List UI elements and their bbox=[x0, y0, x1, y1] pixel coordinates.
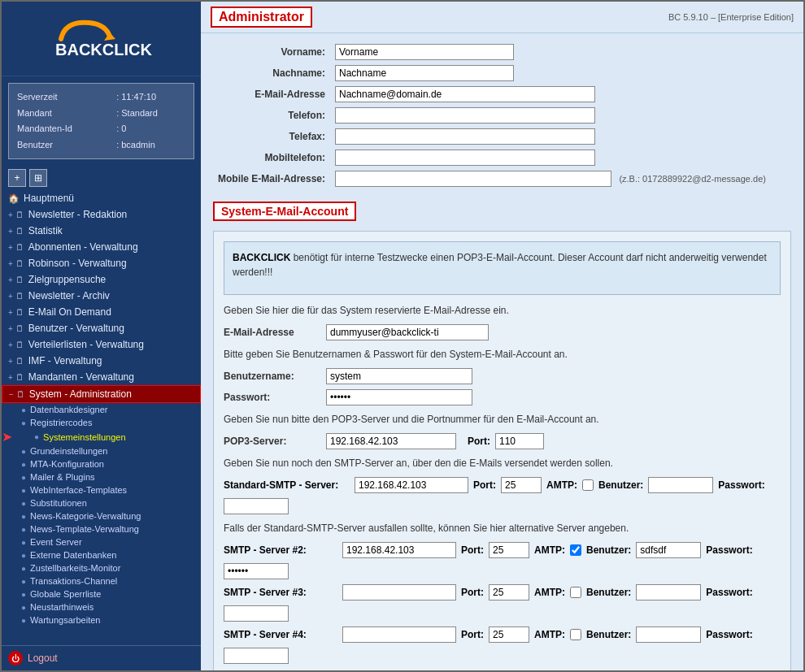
pop3-server-input[interactable] bbox=[326, 433, 456, 449]
logout-icon: ⏻ bbox=[8, 651, 23, 665]
credentials-section: Bitte geben Sie Benutzernamen & Passwort… bbox=[224, 347, 781, 405]
sidebar-sub-news-kategorie[interactable]: ● News-Kategorie-Verwaltung bbox=[2, 509, 201, 522]
smtp-port-input[interactable] bbox=[501, 477, 542, 493]
telefon-input[interactable] bbox=[335, 107, 595, 124]
bullet-icon: ● bbox=[21, 603, 26, 612]
bullet-icon: ● bbox=[21, 460, 26, 469]
sidebar-item-newsletter-archiv[interactable]: + 🗒 Newsletter - Archiv bbox=[2, 288, 201, 304]
smtp2-port-label: Port: bbox=[461, 544, 484, 556]
smtp2-port-input[interactable] bbox=[489, 542, 529, 558]
sidebar-item-zielgruppensuche[interactable]: + 🗒 Zielgruppensuche bbox=[2, 271, 201, 288]
sidebar-sub-registriercodes[interactable]: ● Registriercodes bbox=[2, 416, 201, 429]
pop3-port-input[interactable] bbox=[495, 433, 544, 449]
smtp2-server-input[interactable] bbox=[342, 542, 456, 558]
sidebar-item-statistik[interactable]: + 🗒 Statistik bbox=[2, 223, 201, 239]
pop3-text: Geben Sie nun bitte den POP3-Server und … bbox=[224, 412, 781, 427]
sidebar-sub-news-template[interactable]: ● News-Template-Verwaltung bbox=[2, 522, 201, 535]
sidebar-item-mandanten-verwaltung[interactable]: + 🗒 Mandanten - Verwaltung bbox=[2, 369, 201, 385]
benutzer-label: Benutzer bbox=[17, 138, 115, 153]
smtp-server-input[interactable] bbox=[355, 477, 468, 493]
telefax-label: Telefax: bbox=[213, 126, 330, 147]
sidebar-sub-mta-konfiguration[interactable]: ● MTA-Konfiguration bbox=[2, 457, 201, 470]
content-body: Vorname: Nachname: E-Mail-Adresse Telefo… bbox=[201, 33, 803, 670]
smtp3-amtp-checkbox[interactable] bbox=[570, 587, 581, 598]
smtp3-benutzer-input[interactable] bbox=[636, 584, 701, 600]
mandanten-id-value: : 0 bbox=[116, 122, 185, 137]
sidebar-item-abonnenten-verwaltung[interactable]: + 🗒 Abonnenten - Verwaltung bbox=[2, 239, 201, 255]
sub-item-label: News-Kategorie-Verwaltung bbox=[30, 511, 141, 521]
credentials-text: Bitte geben Sie Benutzernamen & Passwort… bbox=[224, 347, 781, 362]
smtp3-port-input[interactable] bbox=[489, 584, 529, 600]
sidebar-sub-zustellbarkeits-monitor[interactable]: ● Zustellbarkeits-Monitor bbox=[2, 561, 201, 574]
smtp2-passwort-input[interactable] bbox=[224, 563, 289, 579]
smtp-amtp-label: AMTP: bbox=[546, 479, 577, 491]
mobiltelefon-input[interactable] bbox=[335, 150, 595, 166]
expand-icon: + bbox=[8, 357, 13, 366]
benutzer-value: : bcadmin bbox=[116, 138, 185, 153]
sidebar-sub-globale-sperrliste[interactable]: ● Globale Sperrliste bbox=[2, 587, 201, 600]
sidebar-item-hauptmenu[interactable]: 🏠 Hauptmenü bbox=[2, 190, 201, 206]
smtp4-label: SMTP - Server #4: bbox=[224, 629, 337, 640]
smtp4-amtp-checkbox[interactable] bbox=[570, 629, 581, 640]
passwort-input[interactable] bbox=[326, 389, 472, 405]
sidebar-item-label: Robinson - Verwaltung bbox=[28, 258, 127, 269]
expand-all-button[interactable]: + bbox=[8, 169, 26, 187]
pop3-row: POP3-Server: Port: bbox=[224, 433, 781, 449]
smtp3-amtp-label: AMTP: bbox=[534, 587, 565, 598]
telefax-input[interactable] bbox=[335, 128, 595, 145]
sidebar-item-imf-verwaltung[interactable]: + 🗒 IMF - Verwaltung bbox=[2, 353, 201, 369]
smtp4-server-input[interactable] bbox=[342, 626, 456, 643]
sidebar-item-verteilerlisten[interactable]: + 🗒 Verteilerlisten - Verwaltung bbox=[2, 336, 201, 353]
sidebar-item-label: Zielgruppensuche bbox=[28, 274, 106, 285]
smtp2-benutzer-label: Benutzer: bbox=[586, 544, 631, 556]
sidebar-sub-externe-datenbanken[interactable]: ● Externe Datenbanken bbox=[2, 548, 201, 561]
collapse-all-button[interactable]: ⊞ bbox=[29, 169, 47, 187]
bullet-icon: ● bbox=[34, 432, 39, 441]
sidebar-sub-neustarthinweis[interactable]: ● Neustarthinweis bbox=[2, 600, 201, 613]
smtp-benutzer-input[interactable] bbox=[648, 477, 713, 493]
smtp2-benutzer-input[interactable] bbox=[636, 542, 701, 558]
benutzername-input[interactable] bbox=[326, 368, 472, 384]
system-email-info: BACKCLICK benötigt für interne Testzweck… bbox=[233, 250, 772, 280]
sidebar-sub-webinterface-templates[interactable]: ● WebInterface-Templates bbox=[2, 483, 201, 496]
sub-item-label: WebInterface-Templates bbox=[30, 485, 127, 495]
mandant-label: Mandant bbox=[17, 106, 115, 121]
smtp4-port-label: Port: bbox=[461, 629, 484, 640]
smtp-amtp-checkbox[interactable] bbox=[582, 479, 594, 491]
smtp-section: Geben Sie nun noch den SMTP-Server an, ü… bbox=[224, 456, 781, 514]
smtp3-passwort-input[interactable] bbox=[224, 605, 289, 622]
mobile-email-input[interactable] bbox=[335, 171, 611, 187]
smtp3-server-input[interactable] bbox=[342, 584, 456, 600]
system-icon: 🗒 bbox=[16, 389, 25, 399]
email-input[interactable] bbox=[335, 86, 595, 102]
smtp4-benutzer-input[interactable] bbox=[636, 626, 701, 643]
sidebar-item-system-administration[interactable]: − 🗒 System - Administration bbox=[2, 385, 201, 403]
sidebar-sub-wartungsarbeiten[interactable]: ● Wartungsarbeiten bbox=[2, 613, 201, 626]
sidebar-item-benutzer-verwaltung[interactable]: + 🗒 Benutzer - Verwaltung bbox=[2, 320, 201, 336]
nachname-input[interactable] bbox=[335, 65, 514, 81]
sidebar-item-newsletter-redaktion[interactable]: + 🗒 Newsletter - Redaktion bbox=[2, 206, 201, 223]
sidebar-sub-substitutionen[interactable]: ● Substitutionen bbox=[2, 496, 201, 509]
sidebar-sub-transaktions-channel[interactable]: ● Transaktions-Channel bbox=[2, 574, 201, 587]
expand-icon: + bbox=[8, 308, 13, 317]
sidebar-item-robinson-verwaltung[interactable]: + 🗒 Robinson - Verwaltung bbox=[2, 255, 201, 271]
smtp2-amtp-checkbox[interactable] bbox=[570, 544, 581, 556]
vorname-input[interactable] bbox=[335, 44, 514, 60]
sidebar-item-label: Hauptmenü bbox=[24, 193, 74, 204]
email-label: E-Mail-Adresse bbox=[213, 84, 330, 105]
sidebar-sub-systemeinstellungen[interactable]: ● Systemeinstellungen bbox=[15, 431, 133, 444]
sidebar-sub-mailer-plugins[interactable]: ● Mailer & Plugins bbox=[2, 470, 201, 483]
smtp-port-label: Port: bbox=[473, 479, 496, 491]
smtp-passwort-input[interactable] bbox=[224, 498, 289, 514]
system-email-input[interactable] bbox=[326, 324, 489, 340]
sidebar-sub-grundeinstellungen[interactable]: ● Grundeinstellungen bbox=[2, 444, 201, 457]
sidebar-item-label: Newsletter - Archiv bbox=[28, 290, 110, 301]
sub-item-label: Transaktions-Channel bbox=[30, 576, 117, 586]
logout-button[interactable]: ⏻ Logout bbox=[2, 645, 201, 670]
sidebar-sub-event-server[interactable]: ● Event Server bbox=[2, 535, 201, 548]
smtp4-port-input[interactable] bbox=[489, 626, 529, 643]
expand-icon: + bbox=[8, 275, 13, 284]
sidebar-sub-datenbankdesigner[interactable]: ● Datenbankdesigner bbox=[2, 403, 201, 416]
sidebar-item-email-on-demand[interactable]: + 🗒 E-Mail On Demand bbox=[2, 304, 201, 320]
smtp4-passwort-input[interactable] bbox=[224, 648, 289, 664]
